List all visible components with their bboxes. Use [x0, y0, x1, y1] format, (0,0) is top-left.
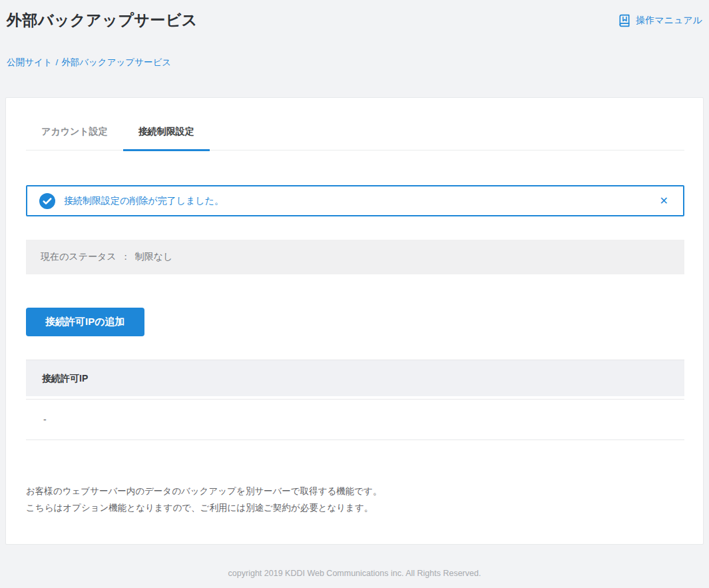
- add-allowed-ip-button[interactable]: 接続許可IPの追加: [26, 308, 144, 336]
- alert-close-button[interactable]: ✕: [660, 196, 668, 206]
- content-card: アカウント設定 接続制限設定 接続制限設定の削除が完了しました。 ✕ 現在のステ…: [5, 97, 704, 545]
- breadcrumb: 公開サイト/外部バックアップサービス: [7, 57, 702, 68]
- page-root: 外部バックアップサービス 操作マニュアル 公開サイト/外部バックアップサービス …: [0, 0, 709, 578]
- allowed-ip-table-header: 接続許可IP: [26, 360, 684, 396]
- page-title: 外部バックアップサービス: [7, 11, 198, 29]
- tab-account-settings[interactable]: アカウント設定: [26, 122, 123, 151]
- service-description-line1: お客様のウェブサーバー内のデータのバックアップを別サーバーで取得する機能です。: [26, 486, 381, 496]
- status-separator: ：: [121, 251, 130, 263]
- service-description: お客様のウェブサーバー内のデータのバックアップを別サーバーで取得する機能です。 …: [26, 483, 684, 516]
- manual-link-label: 操作マニュアル: [636, 15, 702, 27]
- service-description-line2: こちらはオプション機能となりますので、ご利用には別途ご契約が必要となります。: [26, 503, 373, 513]
- page-header: 外部バックアップサービス 操作マニュアル: [0, 0, 709, 29]
- book-manual-icon: [618, 14, 631, 27]
- tab-bar: アカウント設定 接続制限設定: [26, 122, 684, 150]
- check-circle-icon: [39, 193, 55, 209]
- breadcrumb-link-current[interactable]: 外部バックアップサービス: [61, 57, 171, 67]
- status-label: 現在のステータス: [41, 251, 117, 263]
- allowed-ip-table: 接続許可IP -: [26, 360, 684, 440]
- breadcrumb-link-public-site[interactable]: 公開サイト: [7, 57, 52, 67]
- footer-copyright: copyright 2019 KDDI Web Communications i…: [0, 569, 709, 578]
- alert-message: 接続制限設定の削除が完了しました。: [64, 195, 224, 207]
- success-alert: 接続制限設定の削除が完了しました。 ✕: [26, 185, 684, 216]
- table-row: -: [26, 399, 684, 440]
- status-value: 制限なし: [135, 251, 173, 263]
- breadcrumb-separator: /: [55, 57, 58, 67]
- tab-connection-restriction[interactable]: 接続制限設定: [123, 122, 210, 151]
- allowed-ip-cell: -: [43, 414, 47, 425]
- status-bar: 現在のステータス ： 制限なし: [26, 240, 684, 274]
- manual-link[interactable]: 操作マニュアル: [618, 14, 702, 27]
